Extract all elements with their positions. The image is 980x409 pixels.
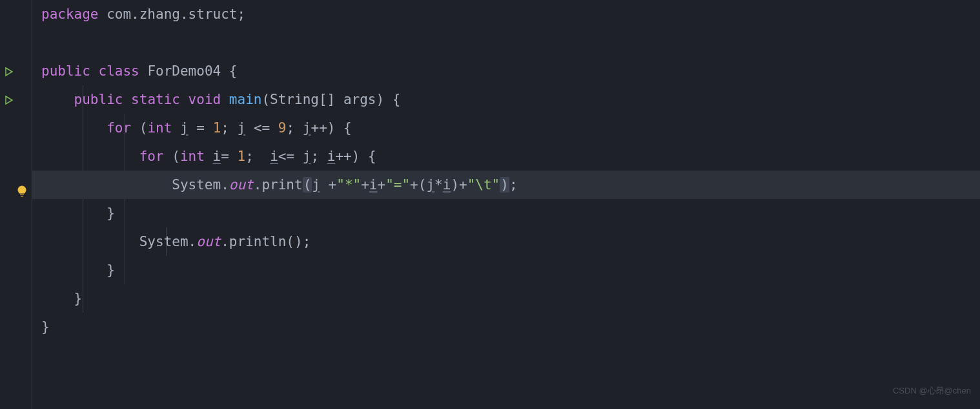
code-line: package com.zhang.struct; xyxy=(32,0,980,28)
brace-open: { xyxy=(343,120,352,136)
op-plus: + xyxy=(459,177,467,193)
keyword-static: static xyxy=(131,92,180,107)
var-j: j xyxy=(426,177,434,193)
run-main-icon[interactable] xyxy=(4,95,15,107)
var-j: j xyxy=(303,149,311,164)
op-inc: ++ xyxy=(311,120,327,136)
code-line: System.out.println(); xyxy=(32,227,980,256)
lightbulb-icon[interactable] xyxy=(17,180,28,191)
op-plus: + xyxy=(378,177,386,193)
paren-close: ) xyxy=(294,234,303,249)
keyword-int: int xyxy=(180,149,205,164)
paren-close: ) xyxy=(500,177,509,193)
code-line: for (int i= 1; i<= j; i++) { xyxy=(32,142,980,171)
var-j: j xyxy=(238,120,246,136)
paren-open: ( xyxy=(172,149,180,164)
var-j: j xyxy=(180,120,189,136)
class-system: System xyxy=(172,177,221,193)
paren-close: ) xyxy=(327,120,336,136)
var-j: j xyxy=(312,177,320,193)
string-star: "*" xyxy=(336,177,361,193)
op-le: <= xyxy=(254,120,270,136)
var-j: j xyxy=(303,120,311,136)
brace-open: { xyxy=(368,149,376,164)
code-line: public class ForDemo04 { xyxy=(32,57,980,85)
code-line xyxy=(32,28,980,57)
code-line: } xyxy=(32,313,980,341)
keyword-for: for xyxy=(139,149,164,164)
code-area[interactable]: package com.zhang.struct; public class F… xyxy=(32,0,980,409)
code-line: } xyxy=(32,256,980,284)
op-assign: = xyxy=(221,149,229,164)
paren-close: ) xyxy=(352,149,360,164)
code-line: } xyxy=(32,284,980,313)
package-name: com.zhang.struct xyxy=(99,6,238,22)
keyword-public: public xyxy=(41,63,90,79)
num-nine: 9 xyxy=(278,120,287,136)
op-plus: + xyxy=(361,177,369,193)
method-print: print xyxy=(261,177,302,193)
brace-open: { xyxy=(393,92,401,107)
paren-open: ( xyxy=(139,120,148,136)
num-one: 1 xyxy=(238,149,246,164)
keyword-void: void xyxy=(189,92,221,107)
class-name: ForDemo04 xyxy=(147,63,221,79)
gutter xyxy=(0,0,32,409)
op-plus: + xyxy=(410,177,418,193)
paren-close: ) xyxy=(376,92,384,107)
field-out: out xyxy=(229,177,254,193)
paren-open: ( xyxy=(418,177,427,193)
class-system: System xyxy=(139,234,189,249)
paren-open: ( xyxy=(303,177,312,193)
code-line: for (int j = 1; j <= 9; j++) { xyxy=(32,114,980,142)
code-editor[interactable]: package com.zhang.struct; public class F… xyxy=(0,0,980,409)
code-line: } xyxy=(32,199,980,227)
var-i: i xyxy=(213,149,221,164)
keyword-package: package xyxy=(41,6,99,22)
var-i: i xyxy=(443,177,451,193)
string-tab: "\t" xyxy=(467,177,500,193)
keyword-int: int xyxy=(147,120,172,136)
brace-close: } xyxy=(107,262,115,278)
code-line: public static void main(String[] args) { xyxy=(32,85,980,114)
method-main: main xyxy=(229,92,262,107)
op-inc: ++ xyxy=(335,149,351,164)
method-println: println xyxy=(229,234,287,249)
op-mul: * xyxy=(434,177,443,193)
watermark: CSDN @心昂@chen xyxy=(893,377,971,405)
var-i: i xyxy=(327,149,336,164)
keyword-for: for xyxy=(107,120,131,136)
brace-close: } xyxy=(41,319,50,335)
type-string: String xyxy=(270,92,319,107)
param-args: args xyxy=(343,92,376,107)
brace-close: } xyxy=(74,291,83,306)
keyword-public: public xyxy=(74,92,123,107)
brackets: [] xyxy=(319,92,335,107)
num-one: 1 xyxy=(213,120,221,136)
op-le: <= xyxy=(278,149,294,164)
op-assign: = xyxy=(196,120,205,136)
brace-close: } xyxy=(107,205,115,221)
brace-open: { xyxy=(229,63,238,79)
paren-open: ( xyxy=(286,234,294,249)
keyword-class: class xyxy=(99,63,139,79)
string-eq: "=" xyxy=(385,177,410,193)
run-class-icon[interactable] xyxy=(4,67,15,78)
var-i: i xyxy=(270,149,278,164)
semicolon: ; xyxy=(237,6,245,22)
paren-close: ) xyxy=(451,177,459,193)
var-i: i xyxy=(369,177,378,193)
paren-open: ( xyxy=(261,92,270,107)
field-out: out xyxy=(196,234,221,249)
code-line-active: System.out.print(j +"*"+i+"="+(j*i)+"\t"… xyxy=(32,171,980,199)
op-plus: + xyxy=(329,177,337,193)
